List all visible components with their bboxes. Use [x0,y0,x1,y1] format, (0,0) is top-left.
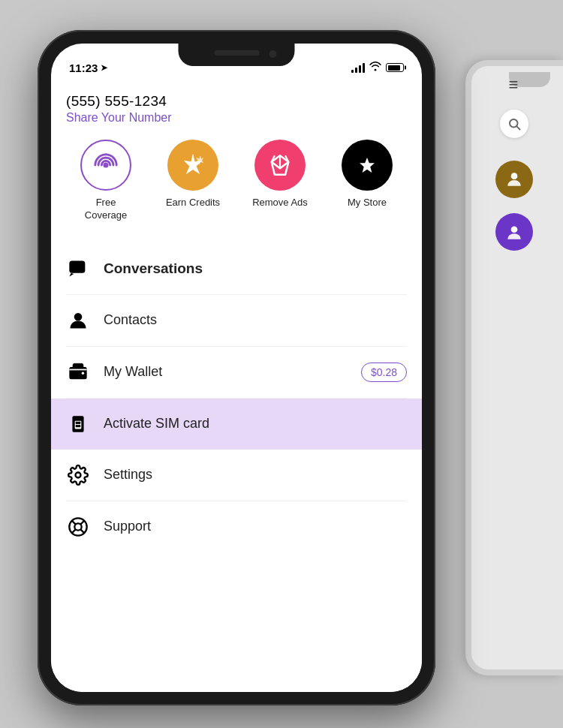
wallet-badge: $0.28 [361,362,407,382]
sim-card-icon [66,412,90,436]
conversations-label: Conversations [104,260,203,277]
support-icon [66,515,90,539]
menu-item-wallet[interactable]: My Wallet $0.28 [66,347,407,399]
avatar-purple[interactable] [495,213,533,251]
earn-credits-icon-circle [167,140,218,191]
svg-point-4 [103,162,108,167]
signal-icon [351,62,365,73]
svg-point-22 [74,523,81,530]
phone-screen: 11:23 ➤ [51,44,422,692]
svg-line-1 [516,126,519,129]
time-label: 11:23 [69,62,98,74]
settings-label: Settings [104,467,152,483]
app-content: (555) 555-1234 Share Your Number [51,81,422,692]
earn-credits-label: Earn Credits [166,197,220,209]
avatar-brown[interactable] [495,161,533,198]
status-icons [351,61,404,74]
side-panel: ≡ [465,60,563,266]
menu-item-conversations[interactable]: Conversations [66,243,407,295]
diamond-icon [267,152,293,178]
feature-free-coverage[interactable]: Free Coverage [66,140,146,222]
svg-rect-18 [76,425,78,427]
contacts-label: Contacts [104,312,157,328]
feature-remove-ads[interactable]: Remove Ads [240,140,320,209]
svg-point-3 [511,226,518,233]
svg-line-23 [72,521,76,525]
svg-rect-11 [69,260,85,272]
wifi-icon [369,61,381,74]
support-label: Support [104,519,151,534]
settings-icon [66,463,90,487]
remove-ads-icon-circle [254,140,306,191]
menu-item-contacts[interactable]: Contacts [66,295,407,347]
svg-line-26 [72,529,76,533]
status-time: 11:23 ➤ [69,62,107,74]
menu-list: Conversations Contacts [66,243,407,552]
camera-dot [269,50,277,58]
share-number-link[interactable]: Share Your Number [66,111,407,125]
notch [179,44,295,66]
remove-ads-label: Remove Ads [252,197,308,209]
phone-frame: 11:23 ➤ [38,30,435,705]
free-coverage-label: Free Coverage [85,197,127,222]
svg-rect-17 [78,422,80,424]
svg-rect-19 [78,425,80,427]
hamburger-icon[interactable]: ≡ [509,75,520,95]
contacts-icon [66,308,90,332]
menu-item-support[interactable]: Support [66,501,407,552]
menu-item-settings[interactable]: Settings [66,450,407,501]
wallet-icon [66,360,90,384]
svg-point-20 [76,472,81,477]
phone-number: (555) 555-1234 [66,93,407,110]
navigation-arrow-icon: ➤ [101,63,107,73]
features-grid: Free Coverage Earn Credits [66,140,407,222]
feature-my-store[interactable]: My Store [327,140,407,209]
svg-line-24 [80,529,84,533]
search-button[interactable] [500,110,528,138]
scene: ≡ [0,0,563,728]
svg-rect-16 [76,422,78,424]
svg-point-12 [74,313,83,321]
speaker [214,50,259,56]
wifi-signal-icon [93,152,119,178]
free-coverage-icon-circle [80,140,131,191]
svg-line-25 [80,521,84,525]
star-circle-icon [354,152,380,178]
svg-point-2 [511,173,518,179]
battery-icon [386,63,404,72]
feature-earn-credits[interactable]: Earn Credits [153,140,233,209]
menu-item-activate-sim[interactable]: Activate SIM card [51,399,422,450]
activate-sim-label: Activate SIM card [104,416,209,432]
my-store-label: My Store [348,197,387,209]
svg-marker-9 [360,158,375,173]
my-store-icon-circle [342,140,393,191]
sparkle-icon [180,152,206,178]
wallet-label: My Wallet [104,364,162,380]
conversations-icon [66,257,90,281]
